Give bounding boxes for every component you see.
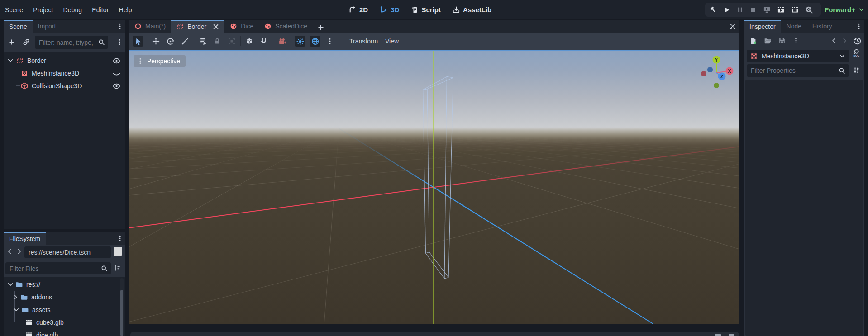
view-menu[interactable]: View — [381, 33, 403, 50]
tab-node[interactable]: Node — [781, 20, 807, 33]
fs-row-diceglb[interactable]: dice.glb — [4, 329, 125, 336]
tab-history[interactable]: History — [807, 20, 838, 33]
stop-button[interactable] — [750, 6, 757, 13]
add-scene-tab-button[interactable] — [317, 23, 324, 33]
toggle-split-mode-button[interactable] — [114, 247, 122, 256]
load-resource-icon[interactable] — [764, 37, 772, 45]
sun-environment-button[interactable] — [295, 36, 305, 47]
tree-row-collisionshape[interactable]: CollisionShape3D — [4, 80, 125, 92]
dock-menu-icon[interactable] — [116, 23, 124, 30]
environment-options-button[interactable] — [324, 36, 335, 47]
chevron-down-icon[interactable] — [13, 307, 19, 313]
chevron-down-icon[interactable] — [7, 57, 14, 64]
visibility-eye-icon[interactable] — [113, 57, 120, 65]
menu-editor[interactable]: Editor — [87, 6, 114, 14]
list-select-tool-button[interactable] — [197, 36, 208, 47]
filter-properties-input[interactable]: Filter Properties — [747, 64, 849, 77]
fs-row-res[interactable]: res:// — [4, 278, 125, 291]
ruler-mode-button[interactable] — [244, 36, 255, 47]
rotate-tool-button[interactable] — [165, 36, 176, 47]
play-remote-button[interactable] — [763, 6, 771, 14]
tree-row-meshinstance[interactable]: MeshInstance3D — [4, 67, 125, 80]
view-axes-gizmo[interactable]: YXZ — [129, 51, 739, 324]
filter-files-input[interactable]: Filter Files — [5, 262, 111, 274]
current-path-field[interactable]: res://scenes/Dice.tscn — [24, 246, 111, 258]
dots-menu-icon — [137, 57, 144, 65]
new-resource-icon[interactable] — [749, 37, 757, 45]
save-resource-icon[interactable] — [778, 37, 786, 44]
menu-debug[interactable]: Debug — [58, 6, 87, 14]
tab-dice-scene[interactable]: Dice — [224, 20, 259, 33]
visibility-eye-icon[interactable] — [113, 82, 120, 90]
dock-menu-icon[interactable] — [116, 235, 124, 242]
tab-inspector[interactable]: Inspector — [744, 20, 781, 33]
fs-row-assets[interactable]: assets — [4, 303, 125, 316]
scale-tool-button[interactable] — [179, 36, 190, 47]
scrollbar-thumb[interactable] — [120, 290, 123, 336]
menu-project[interactable]: Project — [28, 6, 58, 14]
switch-3d-button[interactable]: 3D — [380, 6, 399, 14]
visibility-hidden-icon[interactable] — [113, 70, 120, 77]
dots-menu-icon — [326, 38, 334, 45]
dock-menu-icon[interactable] — [855, 23, 863, 30]
tree-row-border[interactable]: Border — [4, 54, 125, 67]
lock-selected-button[interactable] — [212, 36, 223, 47]
pause-button[interactable] — [737, 6, 744, 13]
history-forward-icon[interactable] — [16, 248, 22, 255]
tab-scaleddice-scene[interactable]: ScaledDice — [259, 20, 313, 33]
snap-toggle-button[interactable] — [258, 36, 269, 47]
renderer-label: Forward+ — [825, 6, 855, 14]
world-environment-button[interactable] — [310, 36, 320, 47]
sort-files-icon[interactable] — [114, 265, 121, 272]
bottom-panel-edge[interactable] — [130, 332, 739, 336]
switch-2d-button[interactable]: 2D — [348, 6, 368, 14]
menu-scene[interactable]: Scene — [0, 6, 28, 14]
play-button[interactable] — [723, 6, 730, 14]
history-forward-icon[interactable] — [841, 38, 848, 44]
instance-scene-button[interactable] — [23, 38, 30, 46]
build-button[interactable] — [709, 6, 717, 14]
open-docs-icon[interactable]: DOC — [852, 49, 860, 57]
tab-import[interactable]: Import — [33, 20, 62, 33]
select-tool-button[interactable] — [133, 36, 143, 47]
menu-help[interactable]: Help — [114, 6, 137, 14]
scrollbar-track[interactable] — [120, 278, 124, 336]
transform-menu[interactable]: Transform — [345, 33, 382, 50]
tab-scene[interactable]: Scene — [4, 20, 33, 33]
edited-object-header[interactable]: MeshInstance3D — [747, 50, 849, 62]
scene-file-icon — [25, 319, 33, 326]
scene-filter-input[interactable]: Filter: name, t:type, — [35, 36, 108, 49]
switch-script-button[interactable]: Script — [411, 6, 441, 14]
renderer-selector[interactable]: Forward+ — [825, 0, 864, 19]
move-tool-button[interactable] — [150, 36, 161, 47]
switch-assetlib-button[interactable]: AssetLib — [453, 6, 491, 14]
tab-main-scene[interactable]: Main(*) — [129, 20, 171, 33]
close-icon[interactable] — [213, 24, 219, 30]
history-back-icon[interactable] — [7, 248, 13, 255]
group-selected-button[interactable] — [226, 36, 237, 47]
movie-maker-button[interactable] — [805, 6, 813, 14]
scene-tree-menu-icon[interactable] — [116, 38, 123, 46]
chevron-right-icon[interactable] — [13, 294, 19, 300]
edit-history-icon[interactable] — [854, 37, 861, 45]
globe-icon — [311, 38, 319, 45]
tab-filesystem[interactable]: FileSystem — [4, 232, 46, 245]
svg-text:X: X — [728, 69, 731, 74]
meshinstance3d-icon — [21, 70, 28, 77]
tab-border-scene[interactable]: Border — [171, 20, 224, 33]
chevron-down-icon[interactable] — [7, 281, 14, 288]
history-back-icon[interactable] — [831, 38, 837, 44]
camera-preview-button[interactable] — [277, 36, 287, 47]
property-tools-icon[interactable] — [853, 66, 860, 74]
play-scene-button[interactable] — [777, 6, 785, 14]
projection-menu-button[interactable]: Perspective — [134, 55, 186, 67]
fs-row-addons[interactable]: addons — [4, 291, 125, 303]
fs-row-cube3glb[interactable]: cube3.glb — [4, 316, 125, 329]
resource-options-icon[interactable] — [792, 37, 800, 44]
add-node-button[interactable] — [8, 38, 15, 46]
viewport-3d[interactable]: YXZ Perspective — [129, 51, 739, 324]
play-custom-scene-button[interactable] — [791, 6, 799, 14]
editor-context-switcher: 2D 3D Script AssetLib — [348, 0, 491, 19]
filesystem-path-bar: res://scenes/Dice.tscn — [4, 245, 125, 261]
expand-viewport-icon[interactable] — [729, 23, 736, 30]
